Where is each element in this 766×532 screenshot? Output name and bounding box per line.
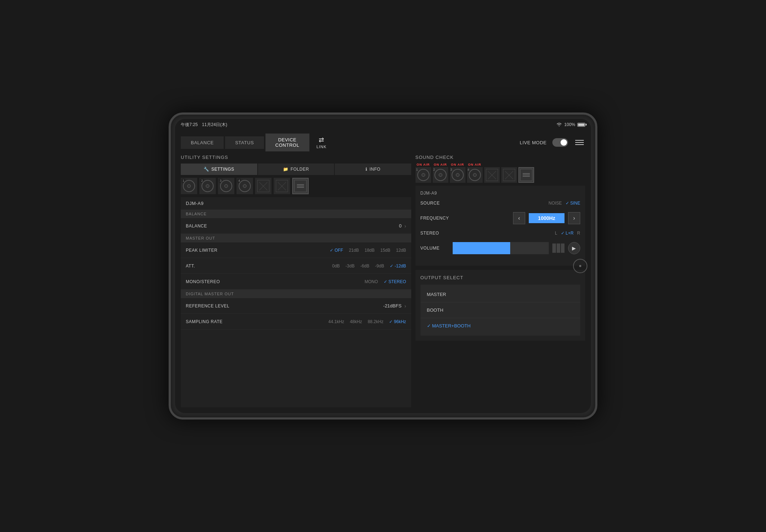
sub-tab-info[interactable]: ℹ INFO: [335, 164, 411, 175]
sampling-rate-row[interactable]: SAMPLING RATE 44.1kHz 48kHz 88.2kHz 96kH…: [181, 314, 411, 330]
digital-master-out-header: DIGITAL MASTER OUT: [181, 290, 411, 298]
device-btn-empty2[interactable]: [274, 178, 290, 194]
stereo-L[interactable]: L: [555, 231, 557, 236]
device-btn-cdj1[interactable]: 1: [181, 178, 197, 194]
stereo-LR[interactable]: L+R: [561, 231, 574, 236]
sub-tab-settings[interactable]: 🔧 SETTINGS: [181, 164, 257, 175]
att-minus6db[interactable]: -6dB: [360, 264, 369, 268]
tab-status[interactable]: STATUS: [225, 136, 264, 149]
sc-cdj3-container: ON AIR 3: [450, 163, 466, 183]
hamburger-menu-icon[interactable]: [574, 139, 585, 146]
source-sine[interactable]: SINE: [566, 201, 580, 206]
sc-empty-slot-1: [486, 169, 498, 181]
device-btn-cdj4[interactable]: 4: [237, 178, 253, 194]
sc-device-btn-1[interactable]: 1: [416, 167, 431, 183]
volume-bar[interactable]: [453, 242, 549, 254]
reference-level-value: -21dBFS: [383, 303, 402, 308]
peak-limiter-12db[interactable]: 12dB: [396, 248, 406, 253]
scroll-wheel[interactable]: [573, 259, 587, 273]
sc-device-title: DJM-A9: [421, 191, 580, 196]
sub-tabs: 🔧 SETTINGS 📁 FOLDER ℹ INFO: [181, 164, 411, 175]
play-button[interactable]: ▶: [568, 242, 580, 254]
info-icon: ℹ: [365, 167, 368, 172]
peak-limiter-21db[interactable]: 21dB: [349, 248, 359, 253]
peak-limiter-18db[interactable]: 18dB: [364, 248, 374, 253]
sc-device-btn-empty2[interactable]: [501, 167, 517, 183]
peak-limiter-off[interactable]: OFF: [330, 248, 343, 253]
tab-link[interactable]: ⇄ LINK: [311, 133, 332, 152]
sound-check-panel: DJM-A9 SOURCE NOISE SINE FREQUENCY: [416, 186, 585, 266]
sr-882khz[interactable]: 88.2kHz: [368, 319, 383, 324]
source-noise[interactable]: NOISE: [548, 201, 562, 206]
nav-right: LIVE MODE: [520, 138, 585, 147]
output-master[interactable]: MASTER: [421, 287, 580, 302]
att-row[interactable]: ATT. 0dB -3dB -6dB -9dB -12dB: [181, 258, 411, 274]
sr-48khz[interactable]: 48kHz: [350, 319, 362, 324]
sound-check-header: SOUND CHECK: [416, 155, 585, 160]
reference-level-label: REFERENCE LEVEL: [186, 303, 243, 308]
cdj2-visual: [202, 180, 214, 192]
volume-fill: [453, 242, 511, 254]
att-minus3db[interactable]: -3dB: [345, 264, 354, 268]
sc-device-btn-4[interactable]: 4: [467, 167, 483, 183]
device-btn-cdj2[interactable]: 2: [199, 178, 216, 194]
mono-option[interactable]: MONO: [365, 279, 378, 284]
sc-cdj1-visual: [417, 169, 429, 181]
balance-section-header: BALANCE: [181, 210, 411, 218]
device-btn-mixer[interactable]: [292, 178, 309, 194]
folder-icon: 📁: [283, 167, 289, 172]
sc-device-btn-empty1[interactable]: [484, 167, 500, 183]
on-air-badge-1: ON AIR: [417, 163, 430, 166]
tab-device-control[interactable]: DEVICECONTROL: [265, 134, 309, 151]
frequency-row: FREQUENCY ‹ 1000Hz ›: [421, 212, 580, 224]
settings-device-title: DJM-A9: [181, 197, 411, 210]
sr-96khz[interactable]: 96kHz: [389, 319, 406, 324]
sc-device-btn-mixer[interactable]: [518, 167, 534, 183]
link-arrows-icon: ⇄: [319, 136, 324, 144]
reference-level-chevron-icon: ›: [404, 303, 406, 309]
device-btn-empty1[interactable]: [255, 178, 272, 194]
frequency-prev-btn[interactable]: ‹: [513, 212, 525, 224]
stereo-row: STEREO L L+R R: [421, 231, 580, 236]
peak-limiter-row[interactable]: PEAK LIMITER OFF 21dB 18dB 15dB 12dB: [181, 242, 411, 258]
status-bar-left: 午後7:25 11月24日(木): [181, 122, 227, 128]
source-options: NOISE SINE: [453, 201, 580, 206]
sc-device-btn-3[interactable]: 3: [450, 167, 466, 183]
balance-label: BALANCE: [186, 224, 243, 229]
tab-waveform[interactable]: balance: [181, 136, 224, 149]
sc-empty-slot-2: [503, 169, 515, 181]
mono-stereo-row[interactable]: MONO/STEREO MONO STEREO: [181, 274, 411, 290]
stereo-option[interactable]: STEREO: [384, 279, 406, 284]
sr-44khz[interactable]: 44.1kHz: [328, 319, 344, 324]
volume-segments: [552, 242, 564, 254]
device-btn-cdj3[interactable]: 3: [218, 178, 234, 194]
frequency-controls: ‹ 1000Hz ›: [453, 212, 580, 224]
reference-level-row[interactable]: REFERENCE LEVEL -21dBFS ›: [181, 298, 411, 314]
peak-limiter-15db[interactable]: 15dB: [380, 248, 390, 253]
frequency-next-btn[interactable]: ›: [568, 212, 580, 224]
sub-tab-folder[interactable]: 📁 FOLDER: [258, 164, 334, 175]
att-minus9db[interactable]: -9dB: [375, 264, 384, 268]
frequency-label: FREQUENCY: [421, 216, 453, 221]
on-air-badge-4: ON AIR: [468, 163, 481, 166]
output-booth[interactable]: BOOTH: [421, 302, 580, 318]
att-minus12db[interactable]: -12dB: [390, 264, 406, 268]
sound-check-section: SOUND CHECK ON AIR 1 ON AIR: [416, 155, 585, 266]
sampling-rate-label: SAMPLING RATE: [186, 319, 243, 324]
sc-cdj2-container: ON AIR 2: [433, 163, 448, 183]
frequency-display: 1000Hz: [529, 213, 564, 223]
tablet-frame: 午後7:25 11月24日(木) 100% balance: [169, 112, 597, 420]
balance-row[interactable]: BALANCE 0 ›: [181, 218, 411, 234]
att-0db[interactable]: 0dB: [332, 264, 340, 268]
sc-mixer-container: [518, 161, 534, 183]
stereo-R[interactable]: R: [577, 231, 580, 236]
on-air-badge-3: ON AIR: [451, 163, 464, 166]
wifi-icon: [556, 122, 562, 127]
output-master-booth[interactable]: MASTER+BOOTH: [421, 318, 580, 333]
sc-device-btn-2[interactable]: 2: [433, 167, 448, 183]
status-bar-right: 100%: [556, 122, 585, 127]
live-mode-toggle[interactable]: [552, 138, 568, 147]
master-out-header: MASTER OUT: [181, 234, 411, 242]
on-air-badge-2: ON AIR: [434, 163, 447, 166]
settings-tab-label: SETTINGS: [212, 167, 234, 172]
